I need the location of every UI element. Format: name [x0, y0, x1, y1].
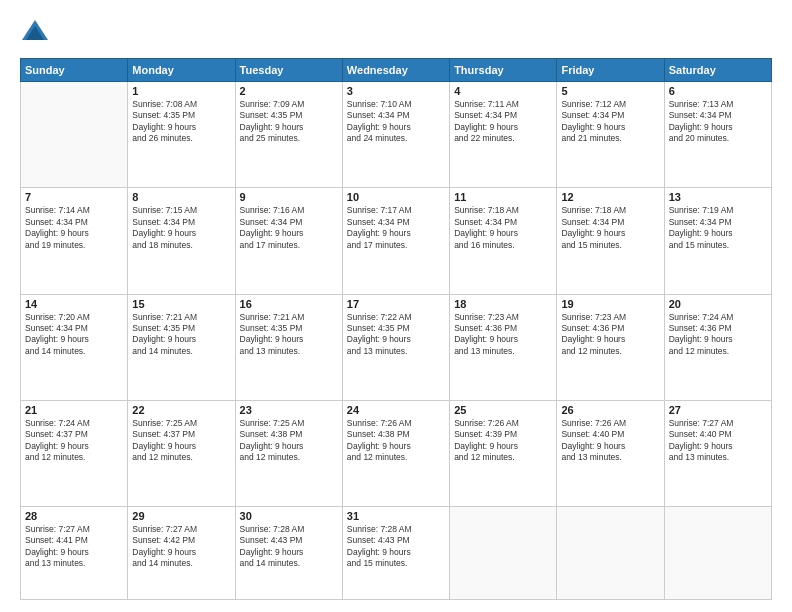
- calendar-week-row: 21Sunrise: 7:24 AM Sunset: 4:37 PM Dayli…: [21, 400, 772, 506]
- calendar-day-cell: 24Sunrise: 7:26 AM Sunset: 4:38 PM Dayli…: [342, 400, 449, 506]
- calendar-day-cell: 26Sunrise: 7:26 AM Sunset: 4:40 PM Dayli…: [557, 400, 664, 506]
- weekday-header-cell: Friday: [557, 59, 664, 82]
- weekday-header-cell: Sunday: [21, 59, 128, 82]
- day-number: 12: [561, 191, 659, 203]
- day-info: Sunrise: 7:27 AM Sunset: 4:41 PM Dayligh…: [25, 524, 123, 570]
- day-number: 4: [454, 85, 552, 97]
- calendar-day-cell: 16Sunrise: 7:21 AM Sunset: 4:35 PM Dayli…: [235, 294, 342, 400]
- day-info: Sunrise: 7:24 AM Sunset: 4:36 PM Dayligh…: [669, 312, 767, 358]
- calendar-day-cell: 18Sunrise: 7:23 AM Sunset: 4:36 PM Dayli…: [450, 294, 557, 400]
- calendar-day-cell: [557, 507, 664, 600]
- day-info: Sunrise: 7:22 AM Sunset: 4:35 PM Dayligh…: [347, 312, 445, 358]
- day-info: Sunrise: 7:11 AM Sunset: 4:34 PM Dayligh…: [454, 99, 552, 145]
- day-info: Sunrise: 7:21 AM Sunset: 4:35 PM Dayligh…: [132, 312, 230, 358]
- day-number: 24: [347, 404, 445, 416]
- calendar-day-cell: 22Sunrise: 7:25 AM Sunset: 4:37 PM Dayli…: [128, 400, 235, 506]
- day-info: Sunrise: 7:28 AM Sunset: 4:43 PM Dayligh…: [347, 524, 445, 570]
- day-info: Sunrise: 7:14 AM Sunset: 4:34 PM Dayligh…: [25, 205, 123, 251]
- day-number: 7: [25, 191, 123, 203]
- calendar-day-cell: 31Sunrise: 7:28 AM Sunset: 4:43 PM Dayli…: [342, 507, 449, 600]
- day-number: 31: [347, 510, 445, 522]
- day-info: Sunrise: 7:26 AM Sunset: 4:39 PM Dayligh…: [454, 418, 552, 464]
- calendar-day-cell: 20Sunrise: 7:24 AM Sunset: 4:36 PM Dayli…: [664, 294, 771, 400]
- day-info: Sunrise: 7:25 AM Sunset: 4:38 PM Dayligh…: [240, 418, 338, 464]
- day-info: Sunrise: 7:10 AM Sunset: 4:34 PM Dayligh…: [347, 99, 445, 145]
- calendar-day-cell: 3Sunrise: 7:10 AM Sunset: 4:34 PM Daylig…: [342, 82, 449, 188]
- day-number: 22: [132, 404, 230, 416]
- day-info: Sunrise: 7:19 AM Sunset: 4:34 PM Dayligh…: [669, 205, 767, 251]
- day-info: Sunrise: 7:26 AM Sunset: 4:40 PM Dayligh…: [561, 418, 659, 464]
- calendar-day-cell: 10Sunrise: 7:17 AM Sunset: 4:34 PM Dayli…: [342, 188, 449, 294]
- day-number: 26: [561, 404, 659, 416]
- day-info: Sunrise: 7:20 AM Sunset: 4:34 PM Dayligh…: [25, 312, 123, 358]
- calendar-day-cell: 7Sunrise: 7:14 AM Sunset: 4:34 PM Daylig…: [21, 188, 128, 294]
- weekday-header-cell: Tuesday: [235, 59, 342, 82]
- day-number: 16: [240, 298, 338, 310]
- day-info: Sunrise: 7:17 AM Sunset: 4:34 PM Dayligh…: [347, 205, 445, 251]
- calendar-day-cell: 28Sunrise: 7:27 AM Sunset: 4:41 PM Dayli…: [21, 507, 128, 600]
- calendar-day-cell: 30Sunrise: 7:28 AM Sunset: 4:43 PM Dayli…: [235, 507, 342, 600]
- day-info: Sunrise: 7:08 AM Sunset: 4:35 PM Dayligh…: [132, 99, 230, 145]
- day-number: 19: [561, 298, 659, 310]
- calendar-body: 1Sunrise: 7:08 AM Sunset: 4:35 PM Daylig…: [21, 82, 772, 600]
- header: [20, 18, 772, 48]
- weekday-header: SundayMondayTuesdayWednesdayThursdayFrid…: [21, 59, 772, 82]
- calendar-day-cell: 21Sunrise: 7:24 AM Sunset: 4:37 PM Dayli…: [21, 400, 128, 506]
- calendar-day-cell: 6Sunrise: 7:13 AM Sunset: 4:34 PM Daylig…: [664, 82, 771, 188]
- calendar-day-cell: 2Sunrise: 7:09 AM Sunset: 4:35 PM Daylig…: [235, 82, 342, 188]
- calendar-day-cell: 9Sunrise: 7:16 AM Sunset: 4:34 PM Daylig…: [235, 188, 342, 294]
- weekday-header-cell: Monday: [128, 59, 235, 82]
- day-info: Sunrise: 7:26 AM Sunset: 4:38 PM Dayligh…: [347, 418, 445, 464]
- day-number: 14: [25, 298, 123, 310]
- calendar-day-cell: 25Sunrise: 7:26 AM Sunset: 4:39 PM Dayli…: [450, 400, 557, 506]
- day-number: 13: [669, 191, 767, 203]
- weekday-header-cell: Wednesday: [342, 59, 449, 82]
- day-info: Sunrise: 7:12 AM Sunset: 4:34 PM Dayligh…: [561, 99, 659, 145]
- calendar-day-cell: 11Sunrise: 7:18 AM Sunset: 4:34 PM Dayli…: [450, 188, 557, 294]
- logo: [20, 18, 52, 48]
- calendar-day-cell: 13Sunrise: 7:19 AM Sunset: 4:34 PM Dayli…: [664, 188, 771, 294]
- calendar-day-cell: 14Sunrise: 7:20 AM Sunset: 4:34 PM Dayli…: [21, 294, 128, 400]
- calendar-day-cell: 15Sunrise: 7:21 AM Sunset: 4:35 PM Dayli…: [128, 294, 235, 400]
- day-info: Sunrise: 7:27 AM Sunset: 4:40 PM Dayligh…: [669, 418, 767, 464]
- calendar-week-row: 7Sunrise: 7:14 AM Sunset: 4:34 PM Daylig…: [21, 188, 772, 294]
- day-number: 10: [347, 191, 445, 203]
- calendar-day-cell: 17Sunrise: 7:22 AM Sunset: 4:35 PM Dayli…: [342, 294, 449, 400]
- calendar-week-row: 1Sunrise: 7:08 AM Sunset: 4:35 PM Daylig…: [21, 82, 772, 188]
- day-number: 29: [132, 510, 230, 522]
- day-info: Sunrise: 7:18 AM Sunset: 4:34 PM Dayligh…: [454, 205, 552, 251]
- day-number: 1: [132, 85, 230, 97]
- day-number: 21: [25, 404, 123, 416]
- day-number: 28: [25, 510, 123, 522]
- calendar-week-row: 14Sunrise: 7:20 AM Sunset: 4:34 PM Dayli…: [21, 294, 772, 400]
- calendar-day-cell: 29Sunrise: 7:27 AM Sunset: 4:42 PM Dayli…: [128, 507, 235, 600]
- calendar-day-cell: 5Sunrise: 7:12 AM Sunset: 4:34 PM Daylig…: [557, 82, 664, 188]
- calendar-day-cell: [21, 82, 128, 188]
- day-number: 25: [454, 404, 552, 416]
- day-number: 6: [669, 85, 767, 97]
- day-number: 8: [132, 191, 230, 203]
- logo-icon: [20, 18, 50, 48]
- day-number: 30: [240, 510, 338, 522]
- day-info: Sunrise: 7:18 AM Sunset: 4:34 PM Dayligh…: [561, 205, 659, 251]
- day-number: 9: [240, 191, 338, 203]
- calendar-day-cell: 1Sunrise: 7:08 AM Sunset: 4:35 PM Daylig…: [128, 82, 235, 188]
- calendar-day-cell: [450, 507, 557, 600]
- day-info: Sunrise: 7:09 AM Sunset: 4:35 PM Dayligh…: [240, 99, 338, 145]
- calendar-day-cell: 8Sunrise: 7:15 AM Sunset: 4:34 PM Daylig…: [128, 188, 235, 294]
- calendar-day-cell: 19Sunrise: 7:23 AM Sunset: 4:36 PM Dayli…: [557, 294, 664, 400]
- weekday-header-cell: Saturday: [664, 59, 771, 82]
- day-info: Sunrise: 7:21 AM Sunset: 4:35 PM Dayligh…: [240, 312, 338, 358]
- day-number: 27: [669, 404, 767, 416]
- day-number: 5: [561, 85, 659, 97]
- day-info: Sunrise: 7:16 AM Sunset: 4:34 PM Dayligh…: [240, 205, 338, 251]
- calendar-day-cell: 27Sunrise: 7:27 AM Sunset: 4:40 PM Dayli…: [664, 400, 771, 506]
- day-number: 23: [240, 404, 338, 416]
- day-info: Sunrise: 7:25 AM Sunset: 4:37 PM Dayligh…: [132, 418, 230, 464]
- day-number: 15: [132, 298, 230, 310]
- day-info: Sunrise: 7:27 AM Sunset: 4:42 PM Dayligh…: [132, 524, 230, 570]
- calendar-week-row: 28Sunrise: 7:27 AM Sunset: 4:41 PM Dayli…: [21, 507, 772, 600]
- day-number: 3: [347, 85, 445, 97]
- calendar-day-cell: 4Sunrise: 7:11 AM Sunset: 4:34 PM Daylig…: [450, 82, 557, 188]
- calendar: SundayMondayTuesdayWednesdayThursdayFrid…: [20, 58, 772, 600]
